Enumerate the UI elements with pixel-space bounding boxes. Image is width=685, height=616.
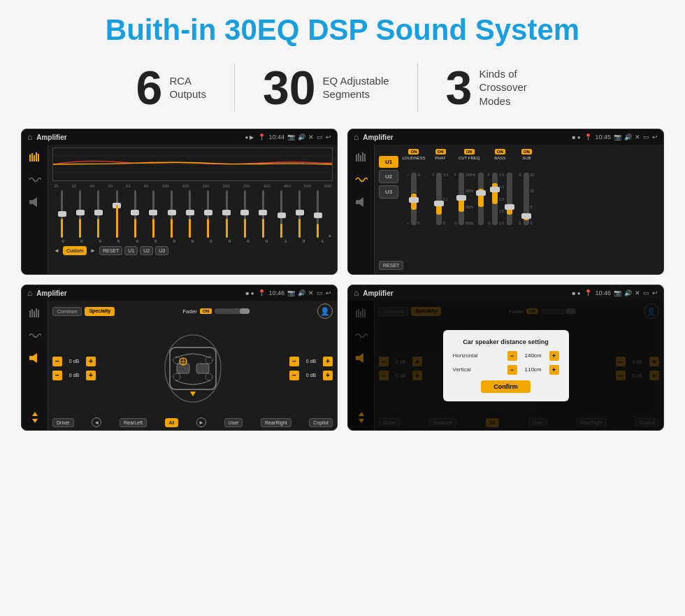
rearleft-btn[interactable]: RearLeft bbox=[120, 418, 147, 427]
loudness-slider[interactable] bbox=[411, 173, 417, 225]
loudness-on-badge[interactable]: ON bbox=[408, 149, 419, 155]
eq-slider-3[interactable] bbox=[109, 190, 125, 239]
tab-specialty[interactable]: Specialty bbox=[85, 307, 115, 316]
crossover-screen-body: U1 U2 U3 RESET ON LOUDNESS bbox=[348, 145, 663, 274]
preset-u3[interactable]: U3 bbox=[379, 185, 398, 199]
fader-icon-arrows[interactable] bbox=[26, 410, 44, 424]
user-btn[interactable]: User bbox=[224, 418, 243, 427]
fr-plus[interactable]: + bbox=[323, 357, 333, 366]
eq-slider-9[interactable] bbox=[219, 190, 235, 239]
fl-plus[interactable]: + bbox=[86, 357, 96, 366]
phat-slider[interactable] bbox=[436, 173, 442, 225]
camera-icon-eq: 📷 bbox=[287, 134, 295, 141]
eq-next-btn[interactable]: ► bbox=[89, 246, 97, 255]
horizontal-plus[interactable]: + bbox=[549, 351, 559, 361]
bass-on-badge[interactable]: ON bbox=[495, 149, 505, 155]
distance-time: 10:46 bbox=[595, 289, 611, 296]
fader-icon-eq[interactable] bbox=[26, 306, 44, 320]
phat-on-badge[interactable]: ON bbox=[435, 149, 446, 155]
crossover-status-icons: 📍 10:45 📷 🔊 ✕ ▭ ↩ bbox=[584, 134, 658, 141]
eq-slider-0[interactable] bbox=[54, 190, 70, 239]
eq-slider-8[interactable] bbox=[200, 190, 216, 239]
confirm-button[interactable]: Confirm bbox=[481, 380, 531, 393]
eq-values-row: 000500000000-10-1 bbox=[52, 239, 333, 243]
left-arrow-icon[interactable]: ◄ bbox=[92, 417, 101, 427]
vertical-minus[interactable]: − bbox=[507, 365, 517, 375]
cutfreq-on-badge[interactable]: ON bbox=[464, 149, 475, 155]
back-icon-crossover[interactable]: ↩ bbox=[652, 134, 658, 141]
rearright-btn[interactable]: RearRight bbox=[261, 418, 291, 427]
back-icon-eq[interactable]: ↩ bbox=[326, 134, 331, 141]
tab-common[interactable]: Common bbox=[52, 307, 82, 316]
fader-status-icons: 📍 10:46 📷 🔊 ✕ ▭ ↩ bbox=[258, 289, 331, 296]
home-icon-distance[interactable]: ⌂ bbox=[354, 288, 359, 298]
eq-icon-speaker[interactable] bbox=[26, 195, 44, 209]
all-btn[interactable]: All bbox=[165, 418, 179, 427]
eq-icon-wave[interactable] bbox=[26, 173, 44, 187]
eq-slider-14[interactable] bbox=[310, 190, 326, 239]
distance-modal: Car speaker distance setting Horizontal … bbox=[443, 330, 569, 401]
right-arrow-icon[interactable]: ► bbox=[196, 417, 206, 427]
back-icon-distance[interactable]: ↩ bbox=[652, 289, 658, 296]
eq-slider-12[interactable] bbox=[273, 190, 289, 239]
cutfreq-slider2[interactable] bbox=[478, 173, 484, 225]
fader-icon-wave[interactable] bbox=[26, 329, 44, 343]
eq-u1-btn[interactable]: U1 bbox=[124, 246, 138, 255]
eq-u2-btn[interactable]: U2 bbox=[140, 246, 153, 255]
eq-slider-13[interactable] bbox=[291, 190, 308, 239]
eq-u3-btn[interactable]: U3 bbox=[155, 246, 168, 255]
fader-slider[interactable] bbox=[215, 308, 250, 314]
eq-time: 10:44 bbox=[268, 134, 284, 141]
fr-minus[interactable]: − bbox=[289, 357, 299, 366]
eq-slider-7[interactable] bbox=[182, 190, 198, 239]
crossover-reset-btn[interactable]: RESET bbox=[379, 261, 403, 270]
eq-slider-11[interactable] bbox=[255, 190, 271, 239]
eq-slider-5[interactable] bbox=[145, 190, 161, 239]
sub-on-badge[interactable]: ON bbox=[521, 149, 532, 155]
eq-custom-btn[interactable]: Custom bbox=[63, 246, 87, 255]
eq-sliders: » bbox=[52, 190, 333, 239]
vertical-plus[interactable]: + bbox=[549, 365, 559, 375]
volume-icon-crossover: 🔊 bbox=[624, 134, 632, 141]
ch-phat: ON PHAT F 3.02.10 bbox=[430, 149, 451, 225]
back-icon-fader[interactable]: ↩ bbox=[326, 289, 331, 296]
rr-plus[interactable]: + bbox=[323, 371, 333, 380]
crossover-icon-wave[interactable] bbox=[352, 173, 370, 187]
page-title: Buith-in 30EQ DSP Sound System bbox=[106, 14, 579, 46]
sub-slider[interactable] bbox=[524, 173, 529, 225]
horizontal-minus[interactable]: − bbox=[507, 351, 517, 361]
fader-icon-speaker[interactable] bbox=[26, 351, 44, 365]
crossover-icon-speaker[interactable] bbox=[352, 195, 370, 209]
eq-slider-10[interactable] bbox=[237, 190, 253, 239]
eq-slider-1[interactable] bbox=[72, 190, 88, 239]
eq-reset-btn[interactable]: RESET bbox=[99, 246, 122, 255]
svg-rect-13 bbox=[360, 155, 361, 162]
eq-icon-equalizer[interactable] bbox=[26, 150, 44, 164]
rl-minus[interactable]: − bbox=[52, 371, 62, 380]
eq-slider-6[interactable] bbox=[164, 190, 180, 239]
rr-minus[interactable]: − bbox=[289, 371, 299, 380]
crossover-icon-eq[interactable] bbox=[352, 150, 370, 164]
rl-plus[interactable]: + bbox=[86, 371, 96, 380]
cutfreq-slider1[interactable] bbox=[459, 173, 464, 225]
driver-btn[interactable]: Driver bbox=[52, 418, 74, 427]
modal-vertical-label: Vertical bbox=[453, 366, 471, 373]
home-icon-eq[interactable]: ⌂ bbox=[27, 132, 32, 142]
home-icon-crossover[interactable]: ⌂ bbox=[354, 132, 359, 142]
home-icon-fader[interactable]: ⌂ bbox=[27, 288, 32, 298]
svg-rect-0 bbox=[29, 155, 31, 162]
fader-profile-icon[interactable]: 👤 bbox=[317, 303, 333, 319]
bass-slider2[interactable] bbox=[507, 173, 512, 225]
preset-u2[interactable]: U2 bbox=[379, 170, 398, 183]
preset-u1[interactable]: U1 bbox=[379, 156, 398, 168]
eq-slider-2[interactable] bbox=[90, 190, 106, 239]
eq-expand-icon[interactable]: » bbox=[329, 233, 331, 239]
eq-prev-btn[interactable]: ◄ bbox=[52, 246, 61, 255]
fader-on-badge[interactable]: ON bbox=[200, 308, 212, 314]
eq-slider-4[interactable] bbox=[127, 190, 143, 239]
bass-slider1[interactable] bbox=[492, 173, 498, 225]
copilot-btn[interactable]: Copilot bbox=[309, 418, 333, 427]
vertical-value: 110cm bbox=[520, 366, 547, 373]
ch-loudness: ON LOUDNESS ~~ G0 bbox=[401, 149, 426, 225]
fl-minus[interactable]: − bbox=[52, 357, 62, 366]
